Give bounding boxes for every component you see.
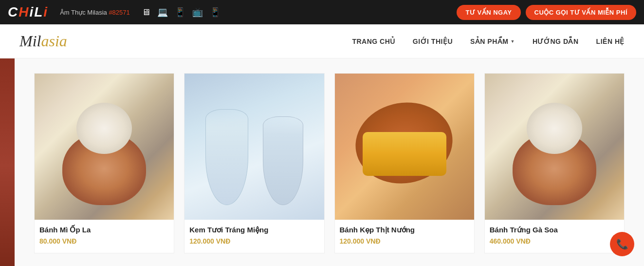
device-icons: 🖥 💻 📱 📺 📱 (142, 7, 221, 18)
product-card-1[interactable]: Bánh Mì Ốp La 80.000 VNĐ (34, 73, 174, 253)
nav-huongdan[interactable]: HƯỚNG DẪN (533, 38, 579, 45)
nav-lienhe[interactable]: LIÊN HỆ (596, 38, 625, 45)
tuvan-button[interactable]: TƯ VẤN NGAY (457, 5, 520, 20)
mobile-icon[interactable]: 📱 (210, 7, 221, 18)
nav-links: TRANG CHỦ GIỚI THIỆU SẢN PHẨM HƯỚNG DẪN … (352, 38, 625, 45)
product-card-2[interactable]: Kem Tươi Tráng Miệng 120.000 VNĐ (184, 73, 324, 253)
product-image-1 (35, 74, 174, 220)
tv-icon[interactable]: 📺 (192, 7, 203, 18)
product-info-3: Bánh Kẹp Thịt Nướng 120.000 VNĐ (335, 220, 474, 253)
chili-logo: CHiLi (8, 4, 48, 20)
desktop-icon[interactable]: 🖥 (142, 7, 150, 18)
product-info-2: Kem Tươi Tráng Miệng 120.000 VNĐ (184, 220, 324, 253)
product-info-1: Bánh Mì Ốp La 80.000 VNĐ (35, 220, 174, 253)
product-card-3[interactable]: Bánh Kẹp Thịt Nướng 120.000 VNĐ (334, 73, 475, 253)
phone-circle-button[interactable]: 📞 (610, 232, 634, 256)
product-grid: Bánh Mì Ốp La 80.000 VNĐ Kem Tươi Tráng … (34, 73, 625, 253)
top-bar-left: CHiLi Âm Thực Milasia #82571 🖥 💻 📱 📺 📱 (8, 4, 221, 20)
content-area: Bánh Mì Ốp La 80.000 VNĐ Kem Tươi Tráng … (15, 58, 644, 266)
top-bar: CHiLi Âm Thực Milasia #82571 🖥 💻 📱 📺 📱 T… (0, 0, 644, 24)
left-strip (0, 58, 15, 266)
product-info-4: Bánh Trứng Gà Soa 460.000 VNĐ (485, 220, 624, 253)
laptop-icon[interactable]: 💻 (157, 7, 168, 18)
product-card-4[interactable]: Bánh Trứng Gà Soa 460.000 VNĐ (484, 73, 625, 253)
product-price-2: 120.000 VNĐ (189, 237, 319, 245)
product-name-2: Kem Tươi Tráng Miệng (189, 226, 319, 234)
product-image-3 (335, 74, 474, 220)
product-image-2 (184, 74, 324, 220)
product-name-3: Bánh Kẹp Thịt Nướng (340, 226, 469, 234)
product-image-4 (485, 74, 624, 220)
nav-trangchu[interactable]: TRANG CHỦ (352, 38, 395, 45)
product-price-4: 460.000 VNĐ (490, 237, 619, 245)
main-content: Bánh Mì Ốp La 80.000 VNĐ Kem Tươi Tráng … (15, 58, 644, 266)
nav-gioithieu[interactable]: GIỚI THIỆU (413, 38, 453, 45)
top-bar-right: TƯ VẤN NGAY CUỘC GỌI TƯ VẤN MIỄN PHÍ (457, 5, 636, 20)
tablet-icon[interactable]: 📱 (175, 7, 185, 18)
nav-sanpham[interactable]: SẢN PHẨM (470, 38, 515, 45)
product-name-4: Bánh Trứng Gà Soa (490, 226, 619, 234)
product-name-1: Bánh Mì Ốp La (39, 226, 169, 234)
site-logo: Milasia (19, 32, 67, 50)
product-price-1: 80.000 VNĐ (39, 237, 169, 245)
breadcrumb: Âm Thực Milasia #82571 (60, 9, 130, 16)
nav-bar: Milasia TRANG CHỦ GIỚI THIỆU SẢN PHẨM HƯ… (0, 24, 644, 58)
page-wrapper: Bánh Mì Ốp La 80.000 VNĐ Kem Tươi Tráng … (0, 58, 644, 266)
breadcrumb-id: #82571 (109, 9, 129, 16)
product-price-3: 120.000 VNĐ (340, 237, 469, 245)
cuocgoi-button[interactable]: CUỘC GỌI TƯ VẤN MIỄN PHÍ (526, 5, 636, 20)
